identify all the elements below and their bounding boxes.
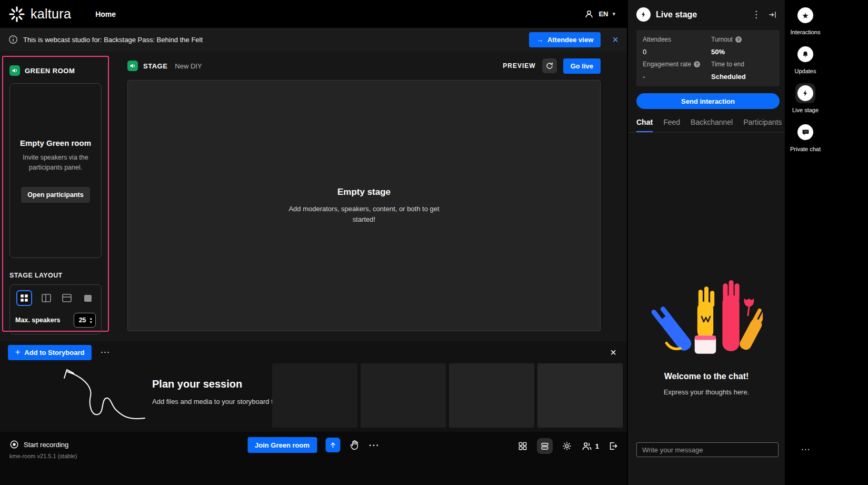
send-interaction-button[interactable]: Send interaction (636, 93, 780, 109)
help-icon[interactable]: ? (694, 61, 700, 67)
session-controls: Join Green room ⋯ (247, 437, 380, 453)
storyboard-slot[interactable] (537, 363, 623, 428)
stage-layout-options (15, 290, 96, 306)
present-button[interactable] (325, 438, 340, 452)
collapse-panel-icon[interactable] (768, 10, 777, 19)
stage-actions: PREVIEW Go live (503, 58, 601, 74)
help-icon[interactable]: ? (735, 36, 742, 43)
engagement-rate-value: - (643, 73, 711, 81)
nav-home[interactable]: Home (95, 10, 116, 18)
brand-name: kaltura (31, 6, 71, 22)
banner-close-icon[interactable]: × (612, 34, 618, 45)
storyboard-close-icon[interactable]: × (610, 347, 616, 358)
more-controls-icon[interactable]: ⋯ (368, 439, 380, 451)
language-selector[interactable]: EN (598, 10, 608, 18)
sidebar-item-updates[interactable]: Updates (785, 44, 826, 74)
banner-actions: → Attendee view × (529, 32, 618, 47)
gallery-view-button[interactable] (517, 441, 528, 451)
join-green-room-button[interactable]: Join Green room (247, 437, 317, 453)
sidebar-item-label: Updates (795, 68, 816, 74)
max-speakers-row: Max. speakers 25 ▲ ▼ (15, 313, 96, 328)
engagement-rate-label: Engagement rate ? (643, 61, 711, 68)
leave-session-button[interactable] (608, 441, 618, 451)
open-participants-button[interactable]: Open participants (21, 187, 89, 203)
layout-view-button[interactable] (537, 438, 553, 454)
empty-stage-title: Empty stage (337, 187, 391, 197)
chat-more-icon[interactable]: ⋯ (799, 444, 812, 455)
turnout-value: 50% (711, 48, 773, 56)
turnout-label: Turnout ? (711, 36, 773, 43)
sidebar-item-label: Interactions (791, 29, 821, 35)
hand-icon (348, 439, 360, 451)
chevron-down-icon[interactable]: ▾ (612, 11, 615, 17)
single-layout-icon (82, 292, 94, 304)
sidebar-item-live-stage[interactable]: Live stage (785, 83, 826, 113)
turnout-label-text: Turnout (711, 36, 733, 43)
green-room-panel: GREEN ROOM Empty Green room Invite speak… (2, 56, 109, 332)
raise-hand-button[interactable] (348, 439, 360, 451)
storyboard-more-icon[interactable]: ⋯ (100, 347, 110, 358)
live-stage-icon-wrap (795, 83, 815, 103)
layout-split-option[interactable] (39, 291, 53, 305)
chat-bubble-icon (802, 128, 810, 136)
sidebar-item-private-chat[interactable]: Private chat (785, 122, 826, 152)
max-speakers-stepper[interactable]: 25 ▲ ▼ (74, 313, 96, 328)
start-recording-label: Start recording (24, 441, 68, 449)
storyboard-slot[interactable] (449, 363, 534, 428)
interactions-badge: ★ (797, 7, 813, 23)
tab-chat[interactable]: Chat (636, 118, 653, 132)
start-recording-button[interactable]: Start recording (9, 440, 77, 449)
tab-backchannel[interactable]: Backchannel (691, 118, 733, 132)
live-stage-panel: Live stage ⋮ Attendees Turnout ? 0 50% E… (627, 0, 785, 485)
refresh-preview-button[interactable] (542, 58, 557, 73)
kaltura-logo[interactable]: kaltura (8, 6, 71, 23)
storyboard-toolbar: + Add to Storyboard ⋯ × (8, 344, 616, 360)
stepper-up-icon[interactable]: ▲ (89, 316, 93, 320)
banner-text: This is webcast studio for: Backstage Pa… (23, 36, 203, 44)
recording-block: Start recording kme-room v21.5.1 (stable… (9, 440, 77, 459)
preview-label: PREVIEW (503, 62, 535, 70)
time-to-end-value: Scheduled (711, 73, 773, 81)
speaker-icon (127, 61, 138, 71)
layout-single-option[interactable] (81, 291, 95, 305)
go-live-button[interactable]: Go live (563, 58, 601, 74)
empty-green-room-title: Empty Green room (20, 138, 91, 147)
lightning-badge (636, 7, 651, 22)
updates-icon-wrap (795, 44, 815, 64)
attendees-label: Attendees (643, 36, 711, 43)
max-speakers-label: Max. speakers (15, 316, 60, 324)
raised-hands-illustration (650, 275, 763, 365)
stage-canvas[interactable]: Empty stage Add moderators, speakers, co… (127, 80, 601, 331)
chat-welcome-desc: Express your thoughts here. (664, 388, 750, 396)
layout-rows-option[interactable] (60, 291, 74, 305)
speaker-icon (9, 65, 20, 76)
sidebar-item-interactions[interactable]: ★ Interactions (785, 5, 826, 35)
user-icon[interactable] (584, 9, 594, 19)
right-sidebar: ★ Interactions Updates (785, 0, 868, 485)
record-icon (9, 440, 19, 449)
stepper-down-icon[interactable]: ▼ (89, 320, 93, 324)
top-bar: kaltura Home EN ▾ (0, 0, 627, 28)
storyboard-slot[interactable] (272, 363, 357, 428)
info-icon (8, 35, 18, 44)
chat-welcome-title: Welcome to the chat! (664, 372, 749, 381)
storyboard-slot[interactable] (361, 363, 446, 428)
empty-stage-desc: Add moderators, speakers, content, or bo… (288, 204, 441, 224)
add-to-storyboard-button[interactable]: + Add to Storyboard (8, 345, 92, 360)
arrow-right-icon: → (536, 36, 543, 44)
interactions-icon-wrap: ★ (795, 5, 815, 25)
attendee-view-button[interactable]: → Attendee view (529, 32, 601, 47)
layout-grid-option[interactable] (16, 290, 32, 306)
lightning-icon (640, 11, 647, 18)
panel-menu-icon[interactable]: ⋮ (752, 9, 761, 20)
storyboard-section: + Add to Storyboard ⋯ × Plan your sessio… (0, 341, 627, 432)
settings-button[interactable] (562, 441, 572, 451)
chat-message-input[interactable] (636, 442, 779, 457)
session-stats: Attendees Turnout ? 0 50% Engagement rat… (636, 30, 780, 86)
add-to-storyboard-label: Add to Storyboard (24, 349, 84, 357)
stage-layout-title: STAGE LAYOUT (9, 272, 102, 279)
studio-content: GREEN ROOM Empty Green room Invite speak… (0, 51, 627, 341)
tab-feed[interactable]: Feed (663, 118, 680, 132)
tab-participants[interactable]: Participants (743, 118, 782, 132)
participants-button[interactable]: 1 (581, 441, 599, 451)
